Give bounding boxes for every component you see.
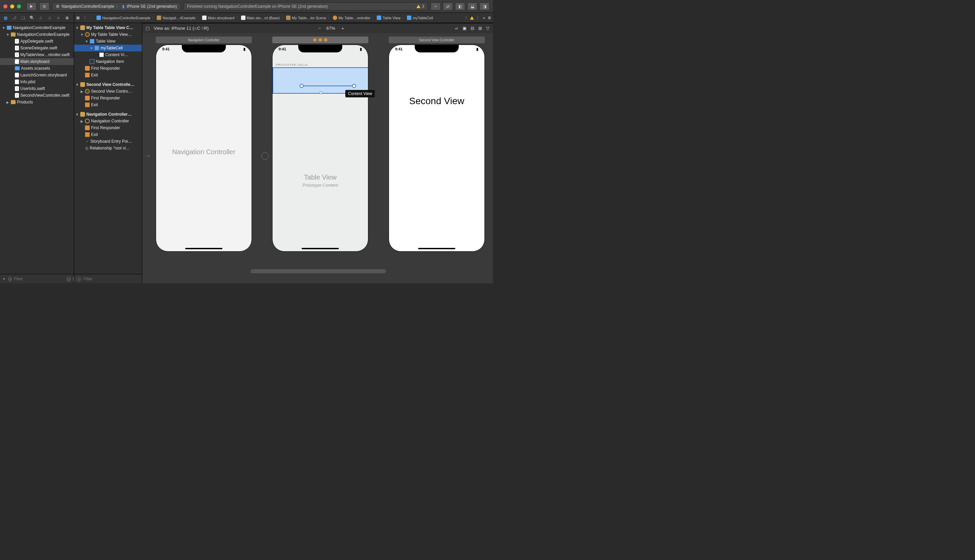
tree-row-file[interactable]: MyTableView…ntroller.swift — [0, 52, 74, 58]
storyboard-icon — [241, 15, 246, 20]
tree-row-file-selected[interactable]: Main.storyboard — [0, 58, 74, 65]
scene-navigation-controller[interactable]: Navigation Controller 9:41▮ Navigation C… — [156, 37, 252, 252]
outline-exit[interactable]: Exit — [74, 72, 142, 78]
breadcrumb-item[interactable]: myTableCell — [407, 15, 433, 20]
outline-firstresponder[interactable]: First Responder — [74, 65, 142, 72]
outline-firstresponder[interactable]: First Responder — [74, 125, 142, 131]
outline-scene[interactable]: ▼My Table Table View C… — [74, 24, 142, 31]
breadcrumb-item[interactable]: Main.storyboard — [202, 15, 235, 20]
library-button[interactable]: ＋ — [431, 2, 441, 10]
outline-exit[interactable]: Exit — [74, 131, 142, 138]
filter-scope-button[interactable]: ⊙ — [76, 276, 82, 282]
exit-icon — [85, 102, 90, 107]
breadcrumb-item[interactable]: Table View — [377, 15, 400, 20]
resize-handle[interactable] — [319, 92, 322, 94]
outline-entrypoint[interactable]: →Storyboard Entry Poi… — [74, 138, 142, 145]
second-view-label[interactable]: Second View — [389, 96, 485, 107]
tree-row-file[interactable]: Info.plist — [0, 78, 74, 85]
go-forward-button[interactable]: 〉 — [89, 15, 95, 20]
outline-scene[interactable]: ▼Second View Controlle… — [74, 81, 142, 88]
debug-navigator-tab[interactable]: ≡ — [55, 15, 61, 21]
constraint-line[interactable] — [302, 85, 354, 86]
issue-navigator-tab[interactable]: ⚠ — [38, 15, 43, 21]
jump-prev-button[interactable]: 〈 — [463, 15, 467, 20]
storyboard-entry-arrow[interactable]: → — [144, 152, 152, 160]
stop-button[interactable] — [39, 2, 49, 10]
close-window-button[interactable] — [3, 4, 7, 8]
scene-icon — [80, 112, 85, 117]
warnings-badge[interactable]: 3 — [416, 4, 424, 9]
window-controls — [3, 4, 21, 8]
scene-tableview-controller[interactable]: 9:41▮ Title PROTOTYPE CELLS Table View P… — [272, 37, 368, 252]
add-editor-button[interactable]: ⊞ — [488, 15, 491, 20]
find-navigator-tab[interactable]: 🔍 — [29, 15, 35, 21]
navigator-selector: ▦ ⎇ ❑ 🔍 ⚠ ◇ ≡ ⬣ ☰ — [0, 15, 81, 21]
tree-row-group[interactable]: ▼NavigationControllerExample — [0, 31, 74, 38]
project-navigator-tab[interactable]: ▦ — [3, 15, 8, 21]
scene-title-bar[interactable]: Second View Controller — [389, 37, 485, 43]
interface-builder-canvas[interactable]: → → Navigation Controller 9:41▮ Navigati… — [142, 23, 493, 283]
toggle-left-panel-button[interactable]: ◧ — [455, 2, 465, 10]
outline-firstresponder[interactable]: First Responder — [74, 95, 142, 102]
tree-row-file[interactable]: LaunchScreen.storyboard — [0, 72, 74, 78]
run-button[interactable] — [27, 2, 37, 10]
outline-vc[interactable]: ▶Second View Contro… — [74, 88, 142, 95]
tree-row-project[interactable]: ▼NavigationControllerExample — [0, 24, 74, 31]
outline-vc[interactable]: ▼My Table Table View… — [74, 31, 142, 38]
tree-row-file[interactable]: AppDelegate.swift — [0, 38, 74, 45]
scene-title-bar-selected[interactable] — [272, 37, 368, 43]
scheme-project: NavigationControllerExample — [62, 4, 114, 9]
recent-filter-button[interactable]: ◷ — [67, 276, 71, 282]
minimize-window-button[interactable] — [10, 4, 14, 8]
scheme-selector[interactable]: ⚙︎ NavigationControllerExample 〉 ▮ iPhon… — [52, 2, 181, 10]
relationship-icon: ◎ — [85, 146, 89, 150]
horizontal-scrollbar[interactable] — [251, 269, 386, 273]
scene-title-bar[interactable]: Navigation Controller — [156, 37, 252, 43]
toggle-right-panel-button[interactable]: ◨ — [479, 2, 490, 10]
tree-row-file[interactable]: SceneDelegate.swift — [0, 45, 74, 52]
tree-row-file[interactable]: UserInfo.swift — [0, 85, 74, 92]
tree-row-products[interactable]: ▶Products — [0, 99, 74, 105]
jump-next-button[interactable]: 〉 — [477, 15, 480, 20]
outline-relationship[interactable]: ◎Relationship "root vi… — [74, 145, 142, 152]
outline-vc[interactable]: ▶Navigation Controller — [74, 118, 142, 125]
breadcrumb-item[interactable]: Navigati…rExample — [157, 15, 195, 20]
source-control-navigator-tab[interactable]: ⎇ — [12, 15, 17, 21]
breadcrumb-item[interactable]: NavigationControllerExample — [97, 15, 151, 20]
outline-scene[interactable]: ▼Navigation Controller… — [74, 111, 142, 118]
filter-input[interactable] — [14, 277, 65, 282]
assets-icon — [15, 66, 20, 70]
outline-exit[interactable]: Exit — [74, 102, 142, 108]
add-button[interactable]: ＋ — [2, 276, 6, 282]
code-review-button[interactable]: ⇄ — [443, 2, 453, 10]
breakpoint-navigator-tab[interactable]: ⬣ — [64, 15, 70, 21]
go-back-button[interactable]: 〈 — [81, 15, 87, 20]
outline-tableview[interactable]: ▼Table View — [74, 38, 142, 45]
tree-row-file[interactable]: Assets.xcassets — [0, 65, 74, 72]
test-navigator-tab[interactable]: ◇ — [47, 15, 52, 21]
filter-scope-button[interactable]: ⊙ — [8, 276, 12, 282]
view-icon — [377, 15, 381, 20]
breadcrumb-item[interactable]: My Table…ler Scene — [286, 15, 326, 20]
swift-file-icon — [15, 39, 19, 43]
folder-icon — [11, 100, 15, 104]
adjust-editor-button[interactable]: ≡ — [483, 16, 485, 20]
related-items-button[interactable]: ▦ — [76, 15, 80, 20]
viewcontroller-icon — [85, 32, 90, 37]
zoom-window-button[interactable] — [17, 4, 21, 8]
scene-second-view-controller[interactable]: Second View Controller 9:41▮ Second View — [389, 37, 485, 252]
activity-status[interactable]: Finished running NavigationControllerExa… — [184, 2, 428, 10]
symbol-navigator-tab[interactable]: ❑ — [20, 15, 26, 21]
home-indicator — [418, 248, 455, 249]
tree-row-file[interactable]: SecondViewController.swift — [0, 92, 74, 99]
outline-filter-input[interactable] — [84, 277, 140, 282]
breadcrumb-item[interactable]: My Table…ontroller — [333, 15, 371, 20]
outline-cell-selected[interactable]: ▼myTableCell — [74, 45, 142, 52]
outline-navitem[interactable]: 〈Navigation Item — [74, 58, 142, 65]
titlebar: ⚙︎ NavigationControllerExample 〉 ▮ iPhon… — [0, 0, 493, 13]
outline-contentview[interactable]: Content Vi… — [74, 52, 142, 58]
breadcrumb-item[interactable]: Main.sto…rd (Base) — [241, 15, 280, 20]
toggle-bottom-panel-button[interactable]: ⬓ — [467, 2, 477, 10]
warning-icon[interactable] — [470, 16, 474, 20]
play-icon — [30, 5, 33, 8]
